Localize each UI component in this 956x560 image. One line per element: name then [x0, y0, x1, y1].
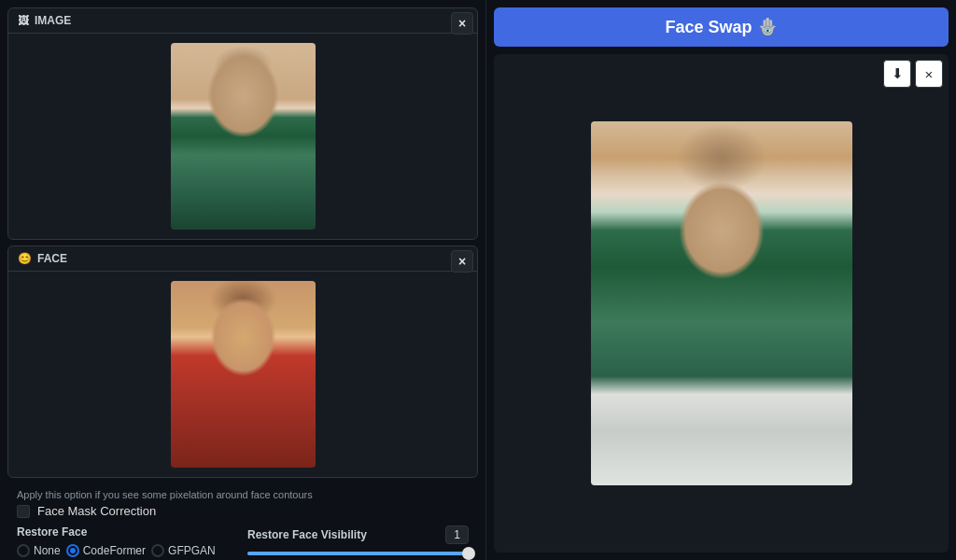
image-section-label: IMAGE	[35, 14, 71, 27]
image-upload-section: 🖼 IMAGE ×	[7, 7, 478, 240]
image-close-button[interactable]: ×	[451, 12, 473, 35]
result-close-button[interactable]: ×	[915, 60, 943, 88]
radio-gfpgan[interactable]: GFPGAN	[151, 544, 216, 557]
face-upload-area[interactable]	[8, 272, 477, 477]
image-upload-area[interactable]	[8, 34, 477, 239]
radio-none-circle[interactable]	[17, 544, 30, 557]
face-section-header: 😊 FACE	[8, 246, 477, 272]
face-upload-section: 😊 FACE ×	[7, 245, 478, 478]
face-icon: 😊	[18, 252, 32, 265]
result-image	[591, 121, 852, 485]
face-mask-row: Face Mask Correction	[17, 504, 469, 518]
radio-none[interactable]: None	[17, 544, 61, 557]
restore-visibility-slider[interactable]	[247, 552, 469, 555]
face-close-button[interactable]: ×	[451, 250, 473, 273]
radio-none-label: None	[34, 544, 61, 557]
restore-visibility-value: 1	[445, 525, 469, 544]
face-mask-checkbox[interactable]	[17, 505, 30, 518]
face-swap-header: Face Swap 🪬	[494, 7, 949, 47]
left-panel: 🖼 IMAGE × 😊 FACE × Apply this option if …	[0, 0, 485, 560]
result-close-icon: ×	[925, 66, 934, 82]
result-actions: ⬇ ×	[883, 60, 943, 88]
download-icon: ⬇	[892, 65, 904, 82]
image-icon: 🖼	[18, 14, 29, 27]
face-mask-label: Face Mask Correction	[37, 504, 156, 518]
restore-face-label: Restore Face	[17, 525, 238, 539]
restore-face-radio-group: None CodeFormer GFPGAN	[17, 544, 238, 557]
hint-text: Apply this option if you see some pixela…	[17, 489, 469, 500]
controls-grid: Restore Face None CodeFormer GFPGAN	[17, 525, 469, 560]
restore-visibility-label: Restore Face Visibility	[247, 528, 367, 541]
face-section-label: FACE	[37, 252, 67, 265]
radio-gfpgan-label: GFPGAN	[168, 544, 216, 557]
controls-area: Apply this option if you see some pixela…	[7, 483, 478, 560]
radio-gfpgan-circle[interactable]	[151, 544, 164, 557]
radio-codeformer-circle[interactable]	[66, 544, 79, 557]
download-button[interactable]: ⬇	[883, 60, 911, 88]
face-image-preview	[171, 281, 316, 468]
restore-face-group: Restore Face None CodeFormer GFPGAN	[17, 525, 238, 560]
right-panel: Face Swap 🪬 ⬇ ×	[486, 0, 956, 560]
result-area: ⬇ ×	[494, 54, 949, 553]
image-section-header: 🖼 IMAGE	[8, 8, 477, 34]
restore-visibility-thumb[interactable]	[462, 547, 475, 560]
source-image-preview	[171, 43, 316, 230]
restore-visibility-fill	[247, 552, 469, 555]
radio-codeformer-label: CodeFormer	[83, 544, 146, 557]
restore-visibility-group: Restore Face Visibility 1 CodeFormer Wei…	[247, 525, 469, 560]
face-swap-title: Face Swap 🪬	[665, 17, 777, 37]
radio-codeformer[interactable]: CodeFormer	[66, 544, 146, 557]
